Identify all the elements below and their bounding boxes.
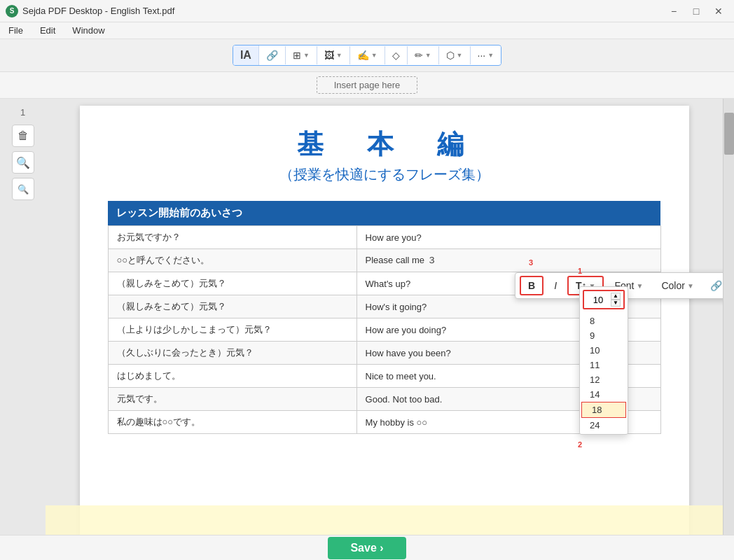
font-size-input[interactable]: 10: [587, 295, 609, 305]
app-icon: S: [6, 5, 18, 18]
font-size-input-row: 10 ▲ ▼: [583, 290, 625, 309]
font-size-option[interactable]: 12: [580, 372, 628, 387]
table-row: （上よりは少しかしこまって）元気？How are you doing?: [108, 318, 660, 342]
save-button[interactable]: Save ›: [328, 537, 406, 559]
menu-edit[interactable]: Edit: [37, 24, 58, 37]
font-size-down[interactable]: ▼: [611, 300, 621, 307]
menu-file[interactable]: File: [6, 24, 26, 37]
toolbar-link-btn[interactable]: 🔗: [259, 46, 286, 64]
cell-jp: はじめまして。: [108, 365, 356, 388]
table-row: （久しぶりに会ったとき）元気？How have you been?: [108, 342, 660, 365]
zoom-out-button[interactable]: 🔍: [12, 178, 34, 200]
cell-jp: （久しぶりに会ったとき）元気？: [108, 342, 356, 365]
toolbar-stamp-btn[interactable]: ⬡ ▼: [439, 46, 471, 64]
font-size-option[interactable]: 24: [580, 418, 628, 433]
window-title: Sejda PDF Desktop - English Text.pdf: [22, 6, 174, 16]
zoom-in-button[interactable]: 🔍: [12, 151, 34, 174]
font-size-option[interactable]: 18: [581, 402, 626, 418]
right-scrollbar[interactable]: [723, 99, 734, 536]
toolbar-text-btn[interactable]: IA: [233, 46, 259, 65]
marker-3: 3: [529, 258, 533, 267]
toolbar-image-btn[interactable]: 🖼 ▼: [317, 46, 350, 64]
font-size-dropdown: 10 ▲ ▼ 89101112141824: [579, 286, 628, 435]
toolbar-grid-btn[interactable]: ⊞ ▼: [286, 46, 317, 64]
cell-en: How are you?: [356, 226, 660, 249]
font-size-option[interactable]: 11: [580, 358, 628, 372]
font-size-spinner: ▲ ▼: [611, 293, 621, 307]
link-button[interactable]: 🔗: [705, 276, 723, 295]
insert-page-bar: Insert page here: [0, 72, 734, 99]
main-area: 1 🗑 🔍 🔍 基 本 編 （授業を快適にするフレーズ集） レッスン開始前のあい…: [0, 99, 734, 536]
cell-jp: お元気ですか？: [108, 226, 356, 249]
cell-jp: 私の趣味は○○です。: [108, 411, 356, 434]
font-size-option[interactable]: 14: [580, 387, 628, 402]
maximize-button[interactable]: □: [686, 4, 706, 18]
toolbar-sign-btn[interactable]: ✍ ▼: [350, 46, 385, 64]
menu-bar: File Edit Window: [0, 22, 734, 39]
table-row: 元気です。Good. Not too bad.: [108, 388, 660, 411]
bottom-bar: Save ›: [0, 535, 734, 560]
pdf-subtitle: （授業を快適にするフレーズ集）: [108, 165, 661, 184]
cell-jp: 元気です。: [108, 388, 356, 411]
table-row: はじめまして。Nice to meet you.: [108, 365, 660, 388]
toolbar-draw-btn[interactable]: ✏ ▼: [408, 46, 439, 64]
font-size-option[interactable]: 9: [580, 328, 628, 343]
delete-page-button[interactable]: 🗑: [12, 125, 34, 147]
color-arrow: ▼: [687, 282, 694, 290]
font-arrow: ▼: [637, 282, 644, 290]
bold-button[interactable]: B: [520, 276, 543, 295]
cell-jp: （親しみをこめて）元気？: [108, 272, 356, 295]
content-table: レッスン開始前のあいさつ お元気ですか？How are you?○○と呼んでくだ…: [108, 201, 661, 434]
main-toolbar: IA 🔗 ⊞ ▼ 🖼 ▼ ✍ ▼ ◇ ✏ ▼ ⬡ ▼ ··· ▼: [0, 39, 734, 72]
font-size-option[interactable]: 10: [580, 343, 628, 358]
pdf-main-title: 基 本 編: [108, 127, 661, 162]
cell-jp: （上よりは少しかしこまって）元気？: [108, 318, 356, 342]
scrollbar-thumb: [724, 113, 734, 155]
font-size-list: 89101112141824: [580, 312, 628, 434]
title-bar: S Sejda PDF Desktop - English Text.pdf −…: [0, 0, 734, 22]
table-row: 私の趣味は○○です。My hobby is ○○: [108, 411, 660, 434]
color-button[interactable]: Color ▼: [653, 276, 701, 295]
page-number: 1: [20, 107, 25, 118]
cell-jp: ○○と呼んでください。: [108, 249, 356, 272]
font-size-up[interactable]: ▲: [611, 293, 621, 300]
marker-1: 1: [578, 267, 582, 275]
menu-window[interactable]: Window: [69, 24, 107, 37]
cell-en: Please call me ３: [356, 249, 660, 272]
marker-2: 2: [578, 440, 582, 449]
close-button[interactable]: ✕: [709, 4, 728, 18]
toolbar-more-btn[interactable]: ··· ▼: [471, 46, 501, 64]
cell-jp: （親しみをこめて）元気？: [108, 295, 356, 318]
minimize-button[interactable]: −: [664, 4, 684, 18]
italic-button[interactable]: I: [546, 276, 565, 295]
toolbar-shape-btn[interactable]: ◇: [385, 46, 408, 64]
window-controls: − □ ✕: [664, 4, 728, 18]
font-size-option[interactable]: 8: [580, 314, 628, 328]
table-header: レッスン開始前のあいさつ: [108, 201, 660, 226]
left-sidebar: 1 🗑 🔍 🔍: [0, 99, 46, 536]
table-row: お元気ですか？How are you?: [108, 226, 660, 249]
pdf-area: 基 本 編 （授業を快適にするフレーズ集） レッスン開始前のあいさつ お元気です…: [46, 99, 723, 536]
toolbar-group: IA 🔗 ⊞ ▼ 🖼 ▼ ✍ ▼ ◇ ✏ ▼ ⬡ ▼ ··· ▼: [233, 45, 501, 66]
insert-page-button[interactable]: Insert page here: [317, 76, 418, 94]
bottom-overlay: [46, 505, 723, 535]
